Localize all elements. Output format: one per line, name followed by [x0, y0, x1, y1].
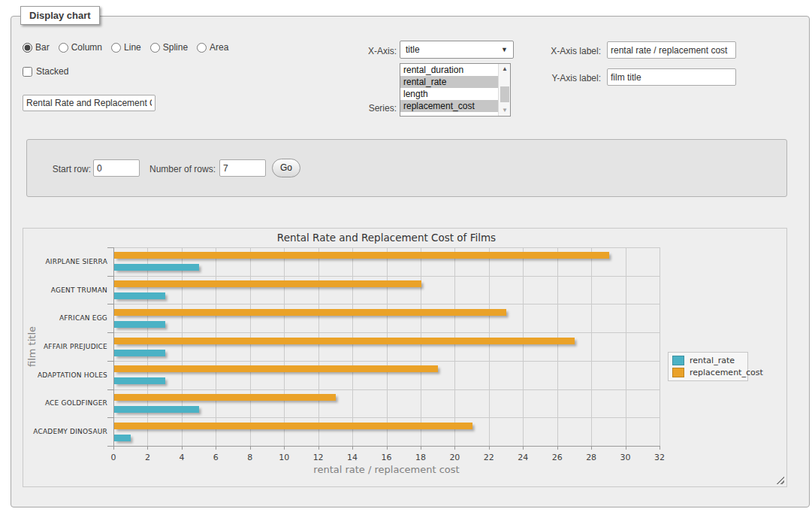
- chart-container: Rental Rate and Replacement Cost of Film…: [23, 228, 787, 487]
- x-tick-label: 6: [204, 453, 227, 462]
- chart-type-radio-input-area[interactable]: [197, 43, 207, 53]
- x-tick-label: 22: [478, 453, 500, 462]
- number-of-rows-input[interactable]: [219, 159, 266, 177]
- x-tick-label: 32: [648, 453, 671, 462]
- series-option-rental_duration[interactable]: rental_duration: [400, 64, 498, 76]
- go-button[interactable]: Go: [272, 159, 300, 177]
- stacked-checkbox[interactable]: [23, 67, 32, 77]
- category-label: AIRPLANE SIERRA: [23, 258, 107, 265]
- x-tick: [113, 446, 114, 450]
- x-tick: [284, 446, 285, 450]
- x-tick: [387, 446, 388, 450]
- resize-handle-icon[interactable]: [776, 476, 784, 484]
- legend-swatch-replacement_cost: [672, 368, 684, 377]
- series-option-rental_rate[interactable]: rental_rate: [400, 76, 498, 88]
- legend-swatch-rental_rate: [672, 356, 684, 365]
- chart-type-radio-input-column[interactable]: [59, 43, 68, 53]
- chart-type-radio-group: BarColumnLineSplineArea: [23, 42, 228, 53]
- gridline-vertical: [421, 247, 421, 446]
- y-tick: [107, 332, 113, 333]
- x-tick-label: 14: [341, 453, 364, 462]
- bar-rental_rate-5: [114, 406, 199, 413]
- y-tick: [107, 446, 113, 447]
- bar-rental_rate-3: [114, 350, 165, 356]
- gridline-vertical: [660, 247, 660, 446]
- bar-rental_rate-4: [114, 377, 165, 384]
- y-axis-label-input[interactable]: [607, 68, 736, 86]
- legend-label: replacement_cost: [690, 368, 763, 377]
- bar-replacement_cost-1: [114, 280, 421, 287]
- chart-type-radio-spline[interactable]: Spline: [150, 42, 188, 53]
- chart-type-radio-input-bar[interactable]: [23, 43, 32, 53]
- gridline-vertical: [147, 247, 148, 446]
- series-scrollbar[interactable]: ▲ ▼: [498, 64, 510, 116]
- x-tick-label: 2: [136, 453, 158, 462]
- chart-type-radio-input-line[interactable]: [111, 43, 121, 53]
- y-tick: [107, 417, 113, 418]
- x-tick-label: 4: [171, 453, 193, 462]
- gridline-horizontal: [113, 417, 660, 418]
- category-label: AFFAIR PREJUDICE: [23, 343, 107, 350]
- x-tick: [523, 446, 524, 450]
- x-tick: [250, 446, 251, 450]
- x-tick-label: 10: [273, 453, 295, 462]
- start-row-caption: Start row:: [34, 164, 91, 174]
- series-caption: Series:: [331, 103, 397, 114]
- x-tick: [421, 446, 421, 450]
- legend-label: rental_rate: [690, 356, 735, 365]
- y-axis-label-caption: Y-Axis label:: [530, 73, 601, 83]
- gridline-vertical: [557, 247, 558, 446]
- series-option-length[interactable]: length: [400, 88, 498, 100]
- category-label: ADAPTATION HOLES: [23, 371, 107, 379]
- x-tick: [147, 446, 148, 450]
- gridline-horizontal: [113, 304, 660, 304]
- x-axis-select[interactable]: title ▼: [400, 41, 514, 59]
- chart-type-label: Area: [210, 42, 228, 53]
- x-axis-caption: X-Axis:: [331, 46, 397, 56]
- gridline-vertical: [626, 247, 626, 446]
- x-tick: [182, 446, 183, 450]
- scrollbar-thumb[interactable]: [500, 86, 509, 102]
- gridline-vertical: [454, 247, 455, 446]
- chart-type-radio-line[interactable]: Line: [111, 42, 141, 53]
- x-tick: [318, 446, 319, 450]
- stacked-label: Stacked: [36, 66, 68, 77]
- fieldset-legend: Display chart: [20, 6, 100, 25]
- x-tick-label: 20: [443, 453, 466, 462]
- x-axis-title: rental rate / replacement cost: [113, 464, 660, 475]
- series-option-replacement_cost[interactable]: replacement_cost: [400, 100, 498, 112]
- category-label: AGENT TRUMAN: [23, 286, 107, 294]
- gridline-horizontal: [113, 247, 660, 248]
- series-multiselect[interactable]: rental_durationrental_ratelengthreplacem…: [400, 63, 511, 117]
- x-tick: [216, 446, 216, 450]
- bar-replacement_cost-0: [114, 252, 609, 259]
- bar-replacement_cost-2: [114, 309, 506, 316]
- number-of-rows-caption: Number of rows:: [143, 164, 216, 174]
- x-tick: [660, 446, 660, 450]
- y-tick: [107, 304, 113, 304]
- chart-type-radio-bar[interactable]: Bar: [23, 42, 50, 53]
- gridline-vertical: [182, 247, 183, 446]
- scrollbar-down-icon[interactable]: ▼: [499, 105, 511, 116]
- chart-title-input[interactable]: [23, 95, 155, 111]
- category-label: ACE GOLDFINGER: [23, 399, 107, 407]
- x-tick: [591, 446, 592, 450]
- x-tick-label: 16: [376, 453, 398, 462]
- x-axis-label-input[interactable]: [607, 41, 736, 59]
- bar-rental_rate-0: [114, 264, 199, 271]
- x-tick-label: 24: [512, 453, 534, 462]
- gridline-horizontal: [113, 276, 660, 277]
- gridline-vertical: [250, 247, 251, 446]
- chart-legend: rental_ratereplacement_cost: [668, 352, 748, 381]
- scrollbar-up-icon[interactable]: ▲: [499, 64, 511, 74]
- bar-rental_rate-6: [114, 435, 131, 441]
- y-tick: [107, 361, 113, 362]
- start-row-input[interactable]: [93, 159, 140, 177]
- stacked-checkbox-row[interactable]: Stacked: [23, 66, 68, 77]
- x-tick: [454, 446, 455, 450]
- chart-type-radio-input-spline[interactable]: [150, 43, 160, 53]
- chart-type-radio-area[interactable]: Area: [197, 42, 228, 53]
- gridline-vertical: [284, 247, 285, 446]
- bar-replacement_cost-5: [114, 394, 336, 401]
- chart-type-radio-column[interactable]: Column: [59, 42, 102, 53]
